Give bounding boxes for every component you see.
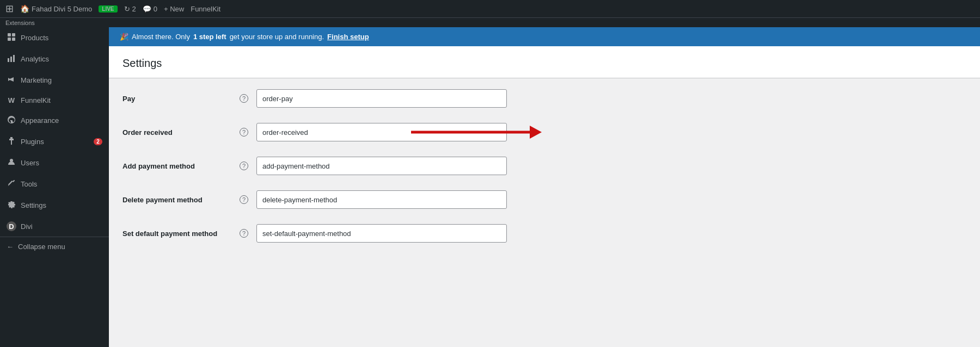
collapse-label: Collapse menu bbox=[18, 243, 65, 251]
sidebar-label-analytics: Analytics bbox=[21, 55, 102, 63]
divi-icon: D bbox=[7, 221, 16, 231]
order-received-help-icon[interactable]: ? bbox=[240, 128, 248, 137]
plugins-badge: 2 bbox=[94, 138, 102, 145]
svg-rect-4 bbox=[8, 58, 9, 62]
collapse-icon: ← bbox=[7, 243, 14, 251]
extensions-label: Extensions bbox=[5, 20, 35, 26]
delete-payment-method-row: Delete payment method ? bbox=[122, 190, 966, 209]
sidebar-label-plugins: Plugins bbox=[21, 138, 89, 146]
home-icon: 🏠 bbox=[20, 4, 29, 13]
set-default-payment-input[interactable] bbox=[256, 224, 507, 243]
pay-help-icon[interactable]: ? bbox=[240, 94, 248, 103]
collapse-menu[interactable]: ← Collapse menu bbox=[0, 237, 109, 256]
live-badge: Live bbox=[99, 5, 117, 13]
sidebar-item-marketing[interactable]: Marketing bbox=[0, 70, 109, 91]
sidebar-label-products: Products bbox=[21, 34, 102, 42]
tools-icon bbox=[7, 179, 16, 189]
add-payment-method-row: Add payment method ? bbox=[122, 157, 966, 175]
updates-icon: ↻ bbox=[124, 5, 130, 13]
add-payment-help-icon[interactable]: ? bbox=[240, 162, 248, 170]
updates-item[interactable]: ↻ 2 bbox=[124, 5, 136, 13]
sidebar: Products Analytics Marketing W FunnelKit… bbox=[0, 27, 109, 347]
sidebar-label-tools: Tools bbox=[21, 180, 102, 188]
set-default-payment-label: Set default payment method bbox=[122, 230, 231, 238]
svg-rect-0 bbox=[8, 33, 11, 36]
plugins-icon bbox=[7, 137, 16, 147]
set-default-payment-help-icon[interactable]: ? bbox=[240, 229, 248, 238]
sidebar-label-settings: Settings bbox=[21, 201, 102, 209]
extensions-bar: Extensions bbox=[0, 17, 980, 27]
notice-bold: 1 step left bbox=[193, 33, 226, 41]
updates-count: 2 bbox=[132, 5, 136, 13]
site-name: Fahad Divi 5 Demo bbox=[32, 5, 92, 13]
settings-icon bbox=[7, 200, 16, 210]
sidebar-item-tools[interactable]: Tools bbox=[0, 174, 109, 195]
delete-payment-help-icon[interactable]: ? bbox=[240, 195, 248, 204]
form-area: Pay ? Order received ? Add paym bbox=[109, 78, 980, 347]
add-payment-input[interactable] bbox=[256, 157, 507, 175]
sidebar-item-plugins[interactable]: Plugins 2 bbox=[0, 131, 109, 152]
new-label: + New bbox=[164, 5, 184, 13]
svg-rect-2 bbox=[8, 38, 11, 41]
order-received-row: Order received ? bbox=[122, 123, 966, 141]
funnelkit-label: FunnelKit bbox=[191, 5, 220, 13]
page-title: Settings bbox=[122, 57, 966, 70]
appearance-icon bbox=[7, 115, 16, 126]
marketing-icon bbox=[7, 75, 16, 85]
delete-payment-input[interactable] bbox=[256, 190, 507, 209]
pay-row: Pay ? bbox=[122, 89, 966, 108]
set-default-payment-method-row: Set default payment method ? bbox=[122, 224, 966, 243]
users-icon bbox=[7, 158, 16, 168]
order-received-label: Order received bbox=[122, 128, 231, 137]
sidebar-label-divi: Divi bbox=[21, 222, 102, 231]
funnelkit-menu[interactable]: FunnelKit bbox=[191, 5, 220, 13]
sidebar-item-funnelkit[interactable]: W FunnelKit bbox=[0, 91, 109, 110]
sidebar-item-settings[interactable]: Settings bbox=[0, 195, 109, 216]
main-content: 🎉 Almost there. Only 1 step left get you… bbox=[109, 27, 980, 347]
sidebar-item-analytics[interactable]: Analytics bbox=[0, 48, 109, 70]
sidebar-item-users[interactable]: Users bbox=[0, 152, 109, 174]
sidebar-item-divi[interactable]: D Divi bbox=[0, 216, 109, 237]
wp-logo-icon[interactable]: ⊞ bbox=[5, 3, 14, 15]
admin-bar: ⊞ 🏠 Fahad Divi 5 Demo Live ↻ 2 💬 0 + New… bbox=[0, 0, 980, 17]
sidebar-label-marketing: Marketing bbox=[21, 76, 102, 84]
notice-text1: Almost there. Only bbox=[132, 33, 190, 41]
new-button[interactable]: + New bbox=[164, 5, 184, 13]
add-payment-label: Add payment method bbox=[122, 162, 231, 170]
settings-header: Settings bbox=[109, 46, 980, 78]
svg-rect-6 bbox=[13, 55, 15, 62]
notice-text2: get your store up and running. bbox=[230, 33, 324, 41]
sidebar-label-funnelkit: FunnelKit bbox=[21, 96, 102, 104]
svg-rect-3 bbox=[12, 38, 15, 41]
sidebar-label-appearance: Appearance bbox=[21, 116, 102, 125]
analytics-icon bbox=[7, 54, 16, 64]
notice-bar: 🎉 Almost there. Only 1 step left get you… bbox=[109, 27, 980, 46]
pay-label: Pay bbox=[122, 95, 231, 103]
pay-input[interactable] bbox=[256, 89, 507, 108]
arrow-head bbox=[530, 126, 542, 139]
svg-rect-5 bbox=[10, 57, 12, 62]
sidebar-item-products[interactable]: Products bbox=[0, 27, 109, 48]
comments-icon: 💬 bbox=[143, 5, 151, 13]
products-icon bbox=[7, 33, 16, 43]
finish-setup-link[interactable]: Finish setup bbox=[327, 33, 369, 41]
notice-emoji: 🎉 bbox=[120, 33, 128, 41]
order-received-input[interactable] bbox=[256, 123, 507, 141]
sidebar-label-users: Users bbox=[21, 159, 102, 167]
svg-rect-1 bbox=[12, 33, 15, 36]
funnelkit-sidebar-icon: W bbox=[7, 96, 16, 104]
comments-count: 0 bbox=[154, 5, 157, 13]
delete-payment-label: Delete payment method bbox=[122, 196, 231, 204]
site-home[interactable]: 🏠 Fahad Divi 5 Demo bbox=[20, 4, 92, 13]
comments-item[interactable]: 💬 0 bbox=[143, 5, 157, 13]
sidebar-item-appearance[interactable]: Appearance bbox=[0, 110, 109, 131]
